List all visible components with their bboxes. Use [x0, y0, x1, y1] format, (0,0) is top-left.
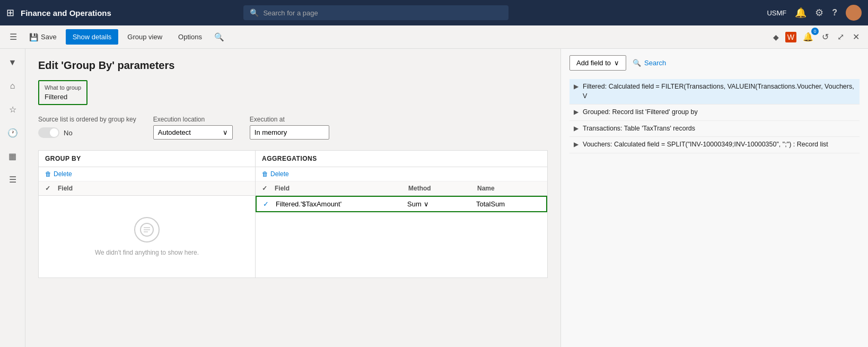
nav-right-actions: USMF 🔔 ⚙ ?	[767, 5, 862, 21]
agg-field-header: Field	[275, 185, 408, 192]
source-list-label: Source list is ordered by group key	[38, 116, 136, 123]
tree-arrow-3: ▶	[574, 141, 578, 148]
group-by-header: GROUP BY	[39, 151, 255, 167]
ms-office-icon[interactable]: W	[785, 32, 796, 42]
filter-icon: ▼	[8, 58, 17, 67]
left-sidebar: ▼ ⌂ ☆ 🕐 ▦ ☰	[0, 49, 25, 347]
expand-icon[interactable]: ⤢	[835, 30, 846, 44]
search-icon-panel: 🔍	[633, 59, 641, 67]
toggle-row: No	[38, 127, 136, 138]
trash-icon: 🗑	[45, 170, 51, 178]
user-avatar[interactable]	[846, 5, 862, 21]
group-by-empty-state: We didn't find anything to show here.	[39, 196, 255, 277]
aggregation-row[interactable]: ✓ Filtered.'$TaxAmount' Sum ∨ TotalSum	[256, 196, 547, 212]
source-list-toggle[interactable]	[38, 127, 59, 138]
tables-area: GROUP BY 🗑 Delete ✓ Field	[38, 150, 548, 278]
group-by-field-header: Field	[58, 185, 249, 192]
group-by-delete-row: 🗑 Delete	[39, 167, 255, 181]
settings-icon[interactable]: ⚙	[815, 7, 823, 19]
execution-location-label: Execution location	[153, 116, 233, 123]
toggle-label: No	[64, 129, 73, 137]
execution-at-label: Execution at	[250, 116, 329, 123]
tree-arrow-0: ▶	[574, 83, 578, 90]
home-icon: ⌂	[10, 81, 15, 91]
tree-arrow-2: ▶	[574, 125, 578, 132]
agg-row-method[interactable]: Sum ∨	[407, 200, 476, 208]
search-button[interactable]: 🔍 Search	[633, 59, 666, 67]
group-by-delete-button[interactable]: 🗑 Delete	[45, 169, 72, 179]
trash-icon-2: 🗑	[262, 170, 268, 178]
aggregations-section: AGGREGATIONS 🗑 Delete ✓ Field Method Nam…	[256, 150, 548, 278]
user-code-label: USMF	[767, 9, 786, 17]
top-navigation: ⊞ Finance and Operations 🔍 USMF 🔔 ⚙ ?	[0, 0, 868, 25]
search-icon: 🔍	[250, 8, 259, 17]
tree-item-label-0: Filtered: Calculated field = FILTER(Tran…	[583, 82, 855, 101]
aggregations-header: AGGREGATIONS	[256, 151, 547, 167]
agg-row-field: Filtered.'$TaxAmount'	[276, 200, 407, 208]
help-icon[interactable]: ?	[832, 8, 837, 18]
group-by-table-header: ✓ Field	[39, 181, 255, 196]
method-chevron-icon: ∨	[424, 200, 429, 208]
toolbar-search-icon[interactable]: 🔍	[211, 30, 227, 44]
clock-icon: 🕐	[7, 128, 18, 138]
sidebar-item-table[interactable]: ▦	[3, 146, 22, 166]
sidebar-item-list[interactable]: ☰	[3, 170, 22, 189]
app-title: Finance and Operations	[21, 8, 111, 18]
toolbar-right-actions: ◆ W 🔔 0 ↺ ⤢ ✕	[771, 30, 862, 44]
grid-menu-icon[interactable]: ⊞	[6, 7, 14, 19]
agg-name-header: Name	[477, 185, 541, 192]
tree-item-3[interactable]: ▶ Vouchers: Calculated field = SPLIT("IN…	[569, 137, 860, 153]
what-to-group-value: Filtered	[45, 93, 81, 101]
add-field-row: Add field to ∨ 🔍 Search	[569, 55, 860, 71]
sidebar-item-filter[interactable]: ▼	[3, 53, 22, 72]
aggregations-table-header: ✓ Field Method Name	[256, 181, 547, 196]
list-icon: ☰	[9, 175, 16, 185]
close-icon[interactable]: ✕	[851, 30, 862, 44]
agg-row-name: TotalSum	[476, 200, 540, 208]
sidebar-item-home[interactable]: ⌂	[3, 76, 22, 96]
execution-at-field: Execution at In memory	[250, 116, 329, 140]
save-button[interactable]: 💾 Save	[22, 29, 64, 45]
table-icon: ▦	[8, 151, 16, 161]
what-to-group-label: What to group	[45, 84, 81, 91]
empty-message: We didn't find anything to show here.	[95, 249, 199, 256]
tree-item-1[interactable]: ▶ Grouped: Record list 'Filtered' group …	[569, 105, 860, 121]
options-button[interactable]: Options	[171, 29, 209, 45]
execution-location-select[interactable]: Autodetect ∨	[153, 125, 233, 140]
execution-location-field: Execution location Autodetect ∨	[153, 116, 233, 140]
execution-at-value: In memory	[250, 125, 329, 140]
global-search-input[interactable]	[263, 9, 502, 17]
aggregations-delete-row: 🗑 Delete	[256, 167, 547, 181]
agg-method-header: Method	[408, 185, 477, 192]
tree-arrow-1: ▶	[574, 108, 578, 116]
main-layout: ▼ ⌂ ☆ 🕐 ▦ ☰ Edit 'Group By' parameters W…	[0, 49, 868, 347]
tree-item-2[interactable]: ▶ Transactions: Table 'TaxTrans' records	[569, 121, 860, 137]
add-field-chevron-icon: ∨	[614, 59, 619, 67]
tree-item-label-3: Vouchers: Calculated field = SPLIT("INV-…	[583, 140, 855, 150]
add-field-to-button[interactable]: Add field to ∨	[569, 55, 626, 71]
diamond-icon[interactable]: ◆	[771, 31, 781, 44]
notification-icon[interactable]: 🔔	[795, 7, 806, 19]
source-list-field: Source list is ordered by group key No	[38, 116, 136, 138]
global-search-bar[interactable]: 🔍	[243, 5, 508, 20]
main-content: Edit 'Group By' parameters What to group…	[25, 49, 560, 347]
save-icon: 💾	[29, 33, 38, 41]
empty-icon	[134, 217, 160, 242]
refresh-icon[interactable]: ↺	[820, 30, 831, 44]
tree-item-label-2: Transactions: Table 'TaxTrans' records	[583, 124, 855, 134]
tree-list: ▶ Filtered: Calculated field = FILTER(Tr…	[569, 79, 860, 153]
aggregations-delete-button[interactable]: 🗑 Delete	[262, 169, 289, 179]
sidebar-item-star[interactable]: ☆	[3, 100, 22, 119]
group-view-button[interactable]: Group view	[120, 29, 169, 45]
form-options-row: Source list is ordered by group key No E…	[38, 116, 548, 140]
sidebar-item-clock[interactable]: 🕐	[3, 123, 22, 142]
what-to-group-box[interactable]: What to group Filtered	[38, 80, 87, 105]
right-panel: Add field to ∨ 🔍 Search ▶ Filtered: Calc…	[560, 49, 868, 347]
main-toolbar: ☰ 💾 Save Show details Group view Options…	[0, 25, 868, 49]
show-details-button[interactable]: Show details	[66, 29, 119, 45]
group-by-section: GROUP BY 🗑 Delete ✓ Field	[38, 150, 256, 278]
tree-item-0[interactable]: ▶ Filtered: Calculated field = FILTER(Tr…	[569, 79, 860, 105]
notification-badge-icon[interactable]: 🔔 0	[801, 30, 816, 44]
hamburger-icon[interactable]: ☰	[6, 30, 20, 44]
page-title: Edit 'Group By' parameters	[38, 59, 548, 72]
